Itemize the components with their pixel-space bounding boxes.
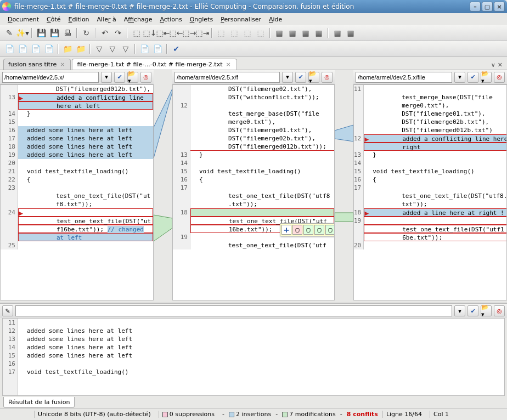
right-browse-button[interactable]: 📂▾ bbox=[481, 72, 492, 83]
grid3-button[interactable]: ▦ bbox=[300, 27, 312, 39]
code-line: merge0.txt"), bbox=[364, 101, 507, 110]
menu-onglets[interactable]: Onglets bbox=[187, 15, 217, 24]
merge-op1-button[interactable]: ▢ bbox=[292, 225, 302, 235]
filter-button[interactable]: ▽ bbox=[93, 43, 105, 55]
result-tab[interactable]: Résultat de la fusion bbox=[3, 397, 75, 408]
tab-untitled-merge[interactable]: fusion sans titre × bbox=[3, 59, 71, 70]
menu-aller[interactable]: Aller à bbox=[94, 15, 120, 24]
diff-last-button[interactable]: ⬚⇥ bbox=[196, 27, 209, 39]
refresh-button[interactable]: ↻ bbox=[80, 27, 92, 39]
middle-target-button[interactable]: ◎ bbox=[322, 72, 333, 83]
menu-edition[interactable]: Edition bbox=[65, 15, 93, 24]
undo-button[interactable]: ↶ bbox=[99, 27, 111, 39]
filter4-button[interactable]: 📄 bbox=[138, 43, 150, 55]
code-line: f8.txt")); bbox=[18, 200, 153, 208]
merge3-button[interactable]: ⬚ bbox=[241, 27, 254, 39]
redo-button[interactable]: ↷ bbox=[112, 27, 124, 39]
merge4-button[interactable]: ⬚ bbox=[255, 27, 267, 39]
maximize-button[interactable]: ▢ bbox=[482, 2, 493, 12]
title-bar: file-merge-1.txt # file-merge-0.txt # fi… bbox=[0, 0, 507, 13]
tabs-dropdown-icon[interactable]: ∨ bbox=[491, 61, 495, 69]
merge-add-button[interactable]: + bbox=[281, 225, 291, 235]
result-browse-button[interactable]: 📂▾ bbox=[481, 305, 492, 316]
menu-personnaliser[interactable]: Personnaliser bbox=[217, 15, 264, 24]
merge2-button[interactable]: ⬚ bbox=[228, 27, 240, 39]
menu-cote[interactable]: Côté bbox=[43, 15, 64, 24]
diff-prev-button[interactable]: ⬚← bbox=[170, 27, 182, 39]
code-line: test_one_text_file(DST("utf1 bbox=[364, 225, 507, 233]
svg-marker-1 bbox=[154, 215, 172, 241]
middle-browse-button[interactable]: 📂▾ bbox=[308, 72, 319, 83]
grid4-button[interactable]: ▦ bbox=[313, 27, 325, 39]
tab-file-merge[interactable]: file-merge-1.txt # file-...-0.txt # file… bbox=[72, 59, 236, 70]
new-button[interactable]: ✎ bbox=[3, 27, 15, 39]
merge1-button[interactable]: ⬚ bbox=[215, 27, 227, 39]
merge-op3-button[interactable]: ▢ bbox=[314, 225, 324, 235]
diff-left-button[interactable]: ⬚ bbox=[131, 27, 143, 39]
result-apply-button[interactable]: ✔ bbox=[467, 305, 478, 316]
right-target-button[interactable]: ◎ bbox=[494, 72, 505, 83]
code-line: added some lines here at left bbox=[18, 151, 153, 159]
left-editor[interactable]: 13▶ 14151617181920212223 24▶ 25 DST("fil… bbox=[0, 84, 154, 300]
print-button[interactable]: 🖶 bbox=[61, 27, 74, 39]
left-apply-button[interactable]: ✔ bbox=[114, 72, 125, 83]
code-line: { bbox=[364, 175, 507, 184]
middle-dropdown-button[interactable]: ▾ bbox=[282, 72, 293, 83]
code-line bbox=[364, 85, 507, 93]
right-path-input[interactable] bbox=[356, 72, 452, 83]
result-editor[interactable]: 11121314151617 added some lines here at … bbox=[2, 318, 505, 396]
left-path-input[interactable] bbox=[2, 72, 99, 83]
grid5-button[interactable]: ▦ bbox=[331, 27, 343, 39]
right-dropdown-button[interactable]: ▾ bbox=[454, 72, 465, 83]
code-line bbox=[364, 217, 507, 225]
tab-close-icon[interactable]: × bbox=[59, 61, 66, 68]
code-line: added a conflicting line here at bbox=[364, 134, 507, 143]
result-dropdown-button[interactable]: ▾ bbox=[454, 305, 465, 316]
svg-marker-0 bbox=[154, 89, 172, 158]
tabs-close-icon[interactable]: ✕ bbox=[498, 61, 503, 69]
grid1-button[interactable]: ▦ bbox=[273, 27, 285, 39]
filter2-button[interactable]: ▽ bbox=[106, 43, 119, 55]
wand-button[interactable]: ✨▾ bbox=[16, 27, 29, 39]
middle-path-input[interactable] bbox=[174, 72, 280, 83]
tab-close-icon[interactable]: × bbox=[224, 61, 232, 68]
right-apply-button[interactable]: ✔ bbox=[467, 72, 478, 83]
code-line: { bbox=[18, 175, 153, 184]
merge-op2-button[interactable]: ▢ bbox=[303, 225, 313, 235]
result-edit-button[interactable]: ✎ bbox=[2, 305, 13, 316]
minimize-button[interactable]: – bbox=[470, 2, 481, 12]
menu-document[interactable]: Document bbox=[4, 15, 42, 24]
folder-button[interactable]: 📁 bbox=[61, 43, 74, 55]
code-line: added a conflicting line bbox=[18, 93, 153, 101]
left-target-button[interactable]: ◎ bbox=[140, 72, 151, 83]
save-all-button[interactable]: 💾 bbox=[48, 27, 60, 39]
folder2-button[interactable]: 📁 bbox=[75, 43, 87, 55]
code-line: at left bbox=[18, 233, 153, 241]
left-browse-button[interactable]: 📂▾ bbox=[127, 72, 138, 83]
close-button[interactable]: × bbox=[494, 2, 505, 12]
f4-button[interactable]: 📄 bbox=[43, 43, 55, 55]
middle-apply-button[interactable]: ✔ bbox=[295, 72, 306, 83]
menu-actions[interactable]: Actions bbox=[156, 15, 185, 24]
f1-button[interactable]: 📄 bbox=[3, 43, 15, 55]
menu-aide[interactable]: Aide bbox=[266, 15, 285, 24]
check-button[interactable]: ✔ bbox=[170, 43, 182, 55]
diff-first-button[interactable]: ⬚⇤ bbox=[157, 27, 169, 39]
menu-affichage[interactable]: Affichage bbox=[121, 15, 156, 24]
merge-op4-button[interactable]: ▢ bbox=[325, 225, 335, 235]
diff-nextb-button[interactable]: ⬚→ bbox=[183, 27, 195, 39]
left-dropdown-button[interactable]: ▾ bbox=[101, 72, 112, 83]
grid2-button[interactable]: ▦ bbox=[286, 27, 298, 39]
f2-button[interactable]: 📄 bbox=[16, 43, 29, 55]
grid6-button[interactable]: ▦ bbox=[345, 27, 357, 39]
code-line bbox=[18, 360, 504, 368]
result-path-input[interactable] bbox=[15, 305, 452, 316]
save-button[interactable]: 💾 bbox=[35, 27, 47, 39]
right-editor[interactable]: 11 12▶ 1314151617 18▶ 19 20 test_merge_b… bbox=[353, 84, 507, 300]
result-target-button[interactable]: ◎ bbox=[494, 305, 505, 316]
diff-next-button[interactable]: ⬚↓ bbox=[144, 27, 156, 39]
filter3-button[interactable]: ▽ bbox=[120, 43, 132, 55]
f3-button[interactable]: 📄 bbox=[30, 43, 42, 55]
middle-editor[interactable]: 12 1314151617 18 19 DST("filemerge02.txt… bbox=[172, 84, 335, 300]
filter5-button[interactable]: 📄 bbox=[151, 43, 164, 55]
